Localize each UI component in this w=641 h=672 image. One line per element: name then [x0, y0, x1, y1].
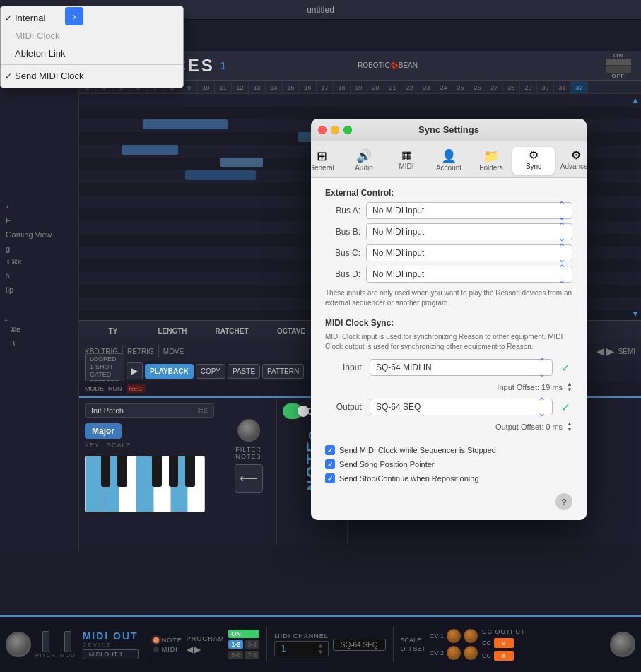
- dialog-traffic-lights: [318, 126, 352, 134]
- audio-icon: 🔊: [356, 150, 372, 163]
- tab-audio[interactable]: 🔊 Audio: [343, 147, 385, 175]
- folders-tab-label: Folders: [479, 164, 502, 172]
- help-btn[interactable]: ?: [555, 493, 572, 510]
- midi-icon: ▦: [401, 150, 412, 161]
- bus-a-arrow: ⌃⌄: [558, 199, 566, 222]
- bus-c-value: No MIDI input: [372, 248, 424, 258]
- bus-b-label: Bus B:: [325, 227, 360, 237]
- bus-d-select[interactable]: No MIDI input ⌃⌄: [366, 266, 572, 283]
- dialog-maximize-btn[interactable]: [343, 126, 352, 134]
- bus-b-arrow: ⌃⌄: [558, 220, 566, 243]
- tab-midi[interactable]: ▦ MIDI: [385, 147, 428, 175]
- bus-c-arrow: ⌃⌄: [558, 242, 566, 264]
- output-offset-label: Output Offset: 0 ms: [495, 423, 563, 431]
- dropdown-menu: Internal MIDI Clock Ableton Link Send MI…: [0, 6, 184, 88]
- bus-a-row: Bus A: No MIDI input ⌃⌄: [325, 202, 572, 219]
- input-select[interactable]: SQ-64 MIDI IN ⌃⌄: [370, 359, 553, 376]
- input-row: Input: SQ-64 MIDI IN ⌃⌄ ✓: [325, 359, 572, 376]
- dropdown-item-midi-clock-label: MIDI Clock: [15, 30, 60, 41]
- dropdown-item-internal[interactable]: Internal: [1, 9, 183, 27]
- checkbox-send-song-pos-label: Send Song Position Pointer: [339, 460, 435, 468]
- external-control-info: These inputs are only used when you want…: [325, 288, 572, 308]
- input-check: ✓: [558, 360, 572, 375]
- checkbox-send-stop[interactable]: ✓: [325, 473, 335, 483]
- output-arrow: ⌃⌄: [538, 396, 546, 418]
- external-control-label: External Control:: [325, 188, 572, 198]
- dialog-minimize-btn[interactable]: [331, 126, 339, 134]
- tab-advanced[interactable]: ⚙ Advanced: [555, 147, 587, 175]
- checkbox-send-midi-clock-row: ✓ Send MIDI Clock while Sequencer is Sto…: [325, 445, 572, 455]
- dialog-titlebar: Sync Settings: [311, 119, 587, 141]
- advanced-icon: ⚙: [571, 150, 581, 161]
- checkbox-send-midi-clock[interactable]: ✓: [325, 445, 335, 455]
- output-check: ✓: [558, 400, 572, 414]
- bus-b-row: Bus B: No MIDI input ⌃⌄: [325, 223, 572, 240]
- checkbox-send-stop-row: ✓ Send Stop/Continue when Repositioning: [325, 473, 572, 483]
- input-offset-label: Input Offset: 19 ms: [497, 383, 563, 391]
- midi-clock-info: MIDI Clock input is used for synchronizi…: [325, 332, 572, 352]
- dialog-title: Sync Settings: [418, 124, 479, 135]
- dropdown-item-ableton-link[interactable]: Ableton Link: [1, 45, 183, 62]
- midi-clock-sync-section: MIDI Clock Sync: MIDI Clock input is use…: [325, 318, 572, 432]
- checkbox-send-stop-label: Send Stop/Continue when Repositioning: [339, 474, 479, 483]
- bus-a-value: No MIDI input: [372, 206, 424, 216]
- dropdown-item-send-midi-clock-label: Send MIDI Clock: [15, 71, 84, 81]
- account-tab-label: Account: [436, 164, 461, 172]
- bus-a-select[interactable]: No MIDI input ⌃⌄: [366, 202, 572, 219]
- output-offset-stepper[interactable]: ▲ ▼: [567, 421, 572, 432]
- dialog-close-btn[interactable]: [318, 126, 327, 134]
- output-offset-down[interactable]: ▼: [567, 427, 572, 432]
- output-value: SQ-64 SEQ: [376, 402, 421, 412]
- checkbox-send-midi-clock-label: Send MIDI Clock while Sequencer is Stopp…: [339, 446, 496, 454]
- general-tab-label: General: [311, 164, 334, 172]
- dropdown-item-ableton-link-label: Ableton Link: [15, 48, 66, 59]
- input-offset-row: Input Offset: 19 ms ▲ ▼: [325, 382, 572, 393]
- bus-b-value: No MIDI input: [372, 227, 424, 237]
- bus-c-label: Bus C:: [325, 248, 360, 258]
- bus-d-row: Bus D: No MIDI input ⌃⌄: [325, 266, 572, 283]
- folders-icon: 📁: [483, 150, 499, 163]
- input-value: SQ-64 MIDI IN: [376, 362, 432, 372]
- dropdown-item-internal-label: Internal: [15, 13, 45, 23]
- midi-tab-label: MIDI: [399, 163, 413, 170]
- bus-d-value: No MIDI input: [372, 269, 424, 279]
- dropdown-trigger[interactable]: ›: [65, 7, 83, 25]
- advanced-tab-label: Advanced: [560, 163, 587, 170]
- input-arrow: ⌃⌄: [538, 356, 546, 379]
- sync-icon: ⚙: [529, 150, 539, 161]
- tab-folders[interactable]: 📁 Folders: [470, 147, 512, 175]
- sync-dialog: Sync Settings ⊞ General 🔊 Audio ▦ MIDI 👤…: [311, 119, 587, 520]
- spacer: [325, 438, 572, 445]
- tab-sync[interactable]: ⚙ Sync: [512, 147, 555, 175]
- dialog-tabs: ⊞ General 🔊 Audio ▦ MIDI 👤 Account 📁 Fol…: [311, 141, 587, 178]
- dropdown-divider: [1, 64, 183, 65]
- input-offset-down[interactable]: ▼: [567, 387, 572, 393]
- checkbox-send-song-pos-row: ✓ Send Song Position Pointer: [325, 459, 572, 469]
- tab-account[interactable]: 👤 Account: [428, 147, 470, 175]
- midi-clock-sync-label: MIDI Clock Sync:: [325, 318, 572, 328]
- output-offset-row: Output Offset: 0 ms ▲ ▼: [325, 421, 572, 432]
- input-label: Input:: [325, 362, 364, 372]
- dropdown-item-send-midi-clock[interactable]: Send MIDI Clock: [1, 67, 183, 85]
- bus-a-label: Bus A:: [325, 206, 360, 216]
- general-icon: ⊞: [317, 150, 327, 163]
- sync-tab-label: Sync: [526, 163, 541, 170]
- input-offset-stepper[interactable]: ▲ ▼: [567, 382, 572, 393]
- output-label: Output:: [325, 402, 364, 412]
- bus-d-label: Bus D:: [325, 269, 360, 279]
- tab-general[interactable]: ⊞ General: [311, 147, 343, 175]
- help-btn-container: ?: [325, 488, 572, 510]
- output-select[interactable]: SQ-64 SEQ ⌃⌄: [370, 399, 553, 415]
- audio-tab-label: Audio: [355, 164, 373, 172]
- bus-d-arrow: ⌃⌄: [558, 263, 566, 285]
- dropdown-item-midi-clock: MIDI Clock: [1, 27, 183, 45]
- checkbox-send-song-pos[interactable]: ✓: [325, 459, 335, 469]
- dialog-content: External Control: Bus A: No MIDI input ⌃…: [311, 178, 587, 520]
- bus-b-select[interactable]: No MIDI input ⌃⌄: [366, 223, 572, 240]
- account-icon: 👤: [441, 150, 457, 163]
- bus-c-select[interactable]: No MIDI input ⌃⌄: [366, 244, 572, 261]
- dialog-overlay: Sync Settings ⊞ General 🔊 Audio ▦ MIDI 👤…: [0, 0, 641, 672]
- bus-c-row: Bus C: No MIDI input ⌃⌄: [325, 244, 572, 261]
- output-row: Output: SQ-64 SEQ ⌃⌄ ✓: [325, 399, 572, 415]
